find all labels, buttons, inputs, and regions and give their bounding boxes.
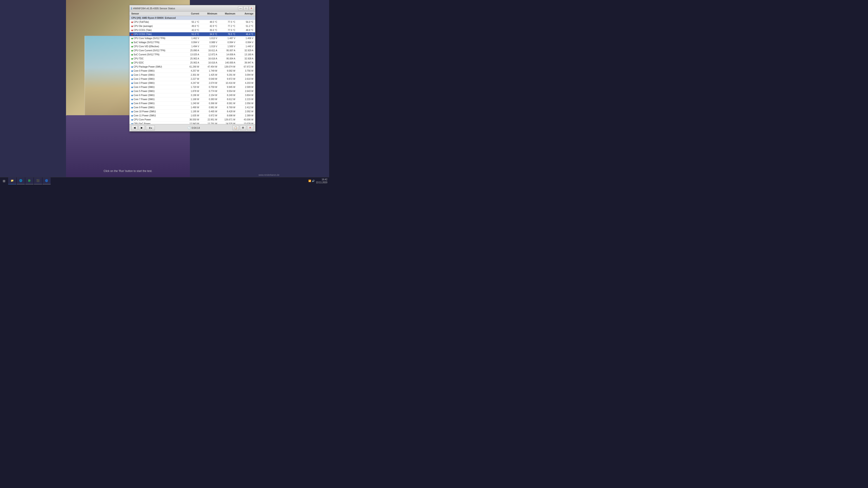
hwinfo-average: 39.947 A: [236, 61, 254, 64]
hwinfo-sensor-name: SoC Current (SVI12 TFN): [130, 53, 182, 56]
sensor-type-icon: [131, 119, 133, 121]
hwinfo-close[interactable]: ✕: [249, 6, 254, 10]
hwinfo-maximum: 76.5 °C: [218, 33, 236, 36]
hwinfo-sensor-row: Core 8 Power (SMU) 1.240 W 0.366 W 8.581…: [129, 101, 255, 105]
taskbar-app3[interactable]: 🐉: [25, 177, 33, 185]
hwinfo-minimum: 47.454 W: [200, 65, 218, 68]
hwinfo-maximize[interactable]: □: [243, 6, 248, 10]
hwinfo-current: 1.635 W: [182, 114, 200, 117]
hwinfo-maximum: 9.582 W: [218, 69, 236, 72]
hwinfo-current: 2.301 W: [182, 73, 200, 76]
hwinfo-minimum: 12.791 W: [200, 122, 218, 124]
hwinfo-current: 25.902 A: [182, 57, 200, 60]
hwinfo-sensor-row: CPU (Tctl/Tdie) 55.1 °C 48.5 °C 77.5 °C …: [129, 20, 255, 24]
hwinfo-current: 12.943 W: [182, 122, 200, 124]
hwinfo-average: 51.2 °C: [236, 25, 254, 28]
hwinfo-average: 2.610 W: [236, 77, 254, 80]
hwinfo-sensor-name: Core 5 Power (SMU): [130, 90, 182, 93]
hwinfo-current: 42.0 °C: [182, 29, 200, 32]
hwinfo-sensor-row: CPU SoC Power 12.943 W 12.791 W 14.525 W…: [129, 122, 255, 124]
hwinfo-snapshot-btn[interactable]: 📋: [232, 125, 239, 130]
hwinfo-average: 13.160 A: [236, 53, 254, 56]
hwinfo-current: 0.994 V: [182, 41, 200, 44]
hwinfo-minimum: 1.425 W: [200, 73, 218, 76]
taskbar: ⊞ 📁 🌐 🐉 ⬛ 🌀 📶 🔊 16:42 13.11.2020: [0, 177, 329, 184]
hwinfo-settings-btn[interactable]: ⚙: [240, 125, 246, 130]
hwinfo-current: 4.257 W: [182, 69, 200, 72]
taskbar-clock[interactable]: 16:42 13.11.2020: [316, 178, 327, 184]
hwinfo-minimum: 0.465 W: [200, 110, 218, 113]
hwinfo-maximum: 9.554 W: [218, 90, 236, 93]
hwinfo-sensor-name: CPU CCD2 (Tdie): [130, 33, 182, 36]
hwinfo-minimum: 1.749 W: [200, 69, 218, 72]
hwinfo-minimum: 0.383 W: [200, 98, 218, 101]
sensor-type-icon: [131, 115, 133, 117]
hwinfo-maximum: 14.658 A: [218, 53, 236, 56]
hwinfo-sensor-row: CPU Core Current (SVI12 TFN) 25.890 A 16…: [129, 48, 255, 53]
hwinfo-sensor-name: CPU Core Power: [130, 118, 182, 121]
hwinfo-current: 3.196 W: [182, 94, 200, 97]
hwinfo-sensor-row: SoC Voltage (SVI12 TFN) 0.994 V 0.988 V …: [129, 40, 255, 44]
hwinfo-maximum: 9.945 W: [218, 86, 236, 89]
taskbar-app5[interactable]: 🌀: [42, 177, 51, 185]
hwinfo-maximum: 8.249 W: [218, 94, 236, 97]
hwinfo-nav-next[interactable]: ▶: [138, 125, 145, 130]
hwinfo-close-btn[interactable]: ✕: [247, 125, 253, 130]
col-minimum: Minimum: [200, 12, 218, 15]
hwinfo-current: 13.025 A: [182, 53, 200, 56]
taskbar-network-icon: 📶: [308, 180, 311, 182]
sensor-type-icon: [131, 34, 133, 35]
taskbar-chrome[interactable]: 🌐: [17, 177, 25, 185]
hwinfo-sensor-row: Core 4 Power (SMU) 1.720 W 0.759 W 9.945…: [129, 85, 255, 89]
taskbar-app4[interactable]: ⬛: [34, 177, 42, 185]
hwinfo-current: 1.195 W: [182, 110, 200, 113]
sensor-type-icon: [131, 22, 133, 23]
hwinfo-maximum: 140.000 A: [218, 61, 236, 64]
hwinfo-sensor-name: SoC Voltage (SVI12 TFN): [130, 41, 182, 44]
hwinfo-minimum: 0.759 W: [200, 86, 218, 89]
hwinfo-maximum: 8.769 W: [218, 106, 236, 109]
taskbar-file-explorer[interactable]: 📁: [8, 177, 16, 185]
sensor-type-icon: [131, 87, 133, 88]
hwinfo-current: 1.168 W: [182, 98, 200, 101]
hwinfo-minimum: 16.616 A: [200, 57, 218, 60]
hwinfo-icon: ℹ: [131, 6, 132, 10]
hwinfo-sensor-name: Core 7 Power (SMU): [130, 98, 182, 101]
hwinfo-average: 3.756 W: [236, 69, 254, 72]
hwinfo-maximum: 8.581 W: [218, 102, 236, 105]
start-button[interactable]: ⊞: [0, 177, 8, 185]
hwinfo-current: 55.1 °C: [182, 21, 200, 24]
hwinfo-maximum: 10.416 W: [218, 82, 236, 85]
hwinfo-average: 32.929 A: [236, 49, 254, 52]
hwinfo-minimum: 0.988 V: [200, 41, 218, 44]
hwinfo-sensor-name: Core 0 Power (SMU): [130, 69, 182, 72]
hwinfo-win-controls: — □ ✕: [238, 6, 254, 10]
hwinfo-sensor-name: CPU Core Current (SVI12 TFN): [130, 49, 182, 52]
hwinfo-footer: ◀ ▶ ⏸▶ 🕐 0:04:14 📋 ⚙ ✕: [129, 124, 255, 131]
hwinfo-minimum: 42.9 °C: [200, 25, 218, 28]
hwinfo-minimize[interactable]: —: [238, 6, 243, 10]
hwinfo-sensor-name: Core 3 Power (SMU): [130, 82, 182, 85]
hwinfo-timer: 🕐 0:04:14: [188, 126, 200, 129]
hwinfo-average: 2.215 W: [236, 98, 254, 101]
hwinfo-maximum: 95.004 A: [218, 57, 236, 60]
hwinfo-refresh-pause[interactable]: ⏸▶: [146, 125, 155, 130]
hwinfo-sensor-row: CPU Package Power (SMU) 61.290 W 47.454 …: [129, 65, 255, 69]
hwinfo-title: ℹ HWiNFO64 v6.35-4305 Sensor Status: [131, 6, 175, 10]
hwinfo-sensor-row: CPU Die (average) 49.6 °C 42.9 °C 77.2 °…: [129, 24, 255, 28]
hwinfo-sensor-name: CPU Die (average): [130, 25, 182, 28]
hwinfo-average: 13.076 W: [236, 122, 254, 124]
hwinfo-average: 46.4 °C: [236, 33, 254, 36]
hwinfo-body[interactable]: CPU [#0]: AMD Ryzen 9 5900X: Enhanced CP…: [129, 16, 255, 124]
hwinfo-maximum: 1.487 V: [218, 37, 236, 40]
hwinfo-current: 4.247 W: [182, 82, 200, 85]
hwinfo-average: 67.972 W: [236, 65, 254, 68]
sensor-type-icon: [131, 66, 133, 68]
hwinfo-sensor-row: CPU CCD2 (Tdie) 51.0 °C 34.5 °C 76.5 °C …: [129, 32, 255, 36]
hwinfo-nav-prev[interactable]: ◀: [131, 125, 138, 130]
hwinfo-maximum: 8.698 W: [218, 114, 236, 117]
sensor-type-icon: [131, 62, 133, 64]
hwinfo-maximum: 14.525 W: [218, 122, 236, 124]
hwinfo-average: 3.804 W: [236, 94, 254, 97]
hwinfo-maximum: 139.074 W: [218, 65, 236, 68]
